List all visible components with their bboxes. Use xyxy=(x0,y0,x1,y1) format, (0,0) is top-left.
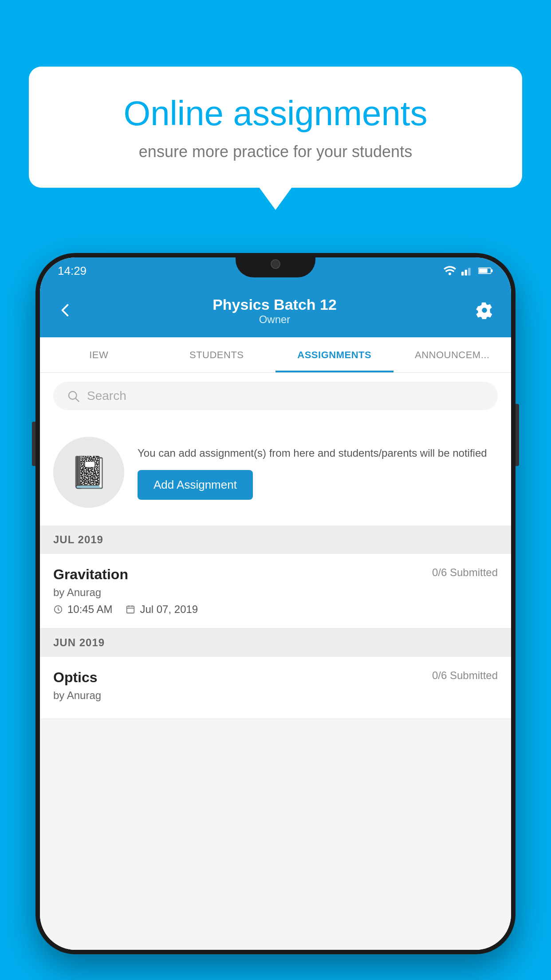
status-icons xyxy=(444,266,493,276)
clock-icon xyxy=(53,605,63,614)
battery-icon xyxy=(478,267,493,275)
svg-rect-5 xyxy=(479,269,488,273)
wifi-icon xyxy=(444,266,456,276)
bubble-subtitle: ensure more practice for your students xyxy=(60,142,491,161)
back-button[interactable] xyxy=(58,302,74,320)
svg-rect-1 xyxy=(461,272,464,276)
speech-bubble-area: Online assignments ensure more practice … xyxy=(29,67,522,188)
search-bar[interactable]: Search xyxy=(53,382,498,410)
app-header: Physics Batch 12 Owner xyxy=(40,284,511,337)
svg-rect-6 xyxy=(491,269,492,272)
tab-students[interactable]: STUDENTS xyxy=(158,337,276,372)
front-camera xyxy=(271,259,280,269)
assignment-submitted-optics: 0/6 Submitted xyxy=(432,669,498,682)
svg-line-8 xyxy=(76,399,79,401)
meta-date: Jul 07, 2019 xyxy=(126,603,198,616)
svg-rect-10 xyxy=(127,606,134,613)
header-title-area: Physics Batch 12 Owner xyxy=(213,296,337,326)
search-bar-wrapper: Search xyxy=(40,373,511,419)
assignment-submitted-gravitation: 0/6 Submitted xyxy=(432,566,498,579)
assignment-item-optics[interactable]: Optics 0/6 Submitted by Anurag xyxy=(40,657,511,719)
meta-time: 10:45 AM xyxy=(53,603,112,616)
svg-rect-3 xyxy=(468,268,470,276)
section-jul-2019: JUL 2019 xyxy=(40,526,511,554)
volume-button xyxy=(32,422,35,466)
tab-iew[interactable]: IEW xyxy=(40,337,158,372)
signal-icon xyxy=(461,266,473,276)
phone-screen: 14:29 xyxy=(40,257,511,950)
svg-point-0 xyxy=(449,273,451,275)
scrollable-content: Search 📓 You can add assignment(s) from … xyxy=(40,373,511,950)
back-arrow-icon xyxy=(58,302,74,318)
assignment-icon-circle: 📓 xyxy=(53,437,124,508)
add-assignment-card: 📓 You can add assignment(s) from here an… xyxy=(40,419,511,526)
phone-notch xyxy=(236,253,315,277)
search-icon xyxy=(67,389,80,403)
tab-bar: IEW STUDENTS ASSIGNMENTS ANNOUNCEM... xyxy=(40,337,511,373)
add-assignment-info: You can add assignment(s) from here and … xyxy=(138,445,498,500)
assignment-meta-gravitation: 10:45 AM Jul 07, 2019 xyxy=(53,603,498,616)
assignment-time: 10:45 AM xyxy=(67,603,112,616)
gear-icon xyxy=(476,301,493,319)
header-subtitle: Owner xyxy=(213,313,337,326)
power-button xyxy=(516,404,519,466)
assignment-row-top: Gravitation 0/6 Submitted xyxy=(53,566,498,583)
search-placeholder: Search xyxy=(87,389,126,403)
notebook-icon: 📓 xyxy=(70,454,108,490)
calendar-icon xyxy=(126,605,135,614)
tab-announcements[interactable]: ANNOUNCEM... xyxy=(394,337,512,372)
tab-assignments[interactable]: ASSIGNMENTS xyxy=(276,337,394,372)
assignment-name-optics: Optics xyxy=(53,669,98,686)
assignment-date: Jul 07, 2019 xyxy=(140,603,198,616)
phone-body: 14:29 xyxy=(35,253,516,954)
add-assignment-button[interactable]: Add Assignment xyxy=(138,470,253,500)
settings-button[interactable] xyxy=(476,301,493,320)
assignment-row-top-optics: Optics 0/6 Submitted xyxy=(53,669,498,686)
svg-rect-2 xyxy=(465,270,467,276)
assignment-by-gravitation: by Anurag xyxy=(53,586,498,599)
assignment-by-optics: by Anurag xyxy=(53,689,498,702)
section-jun-2019: JUN 2019 xyxy=(40,628,511,657)
bubble-title: Online assignments xyxy=(60,93,491,134)
status-time: 14:29 xyxy=(58,264,87,278)
header-title: Physics Batch 12 xyxy=(213,296,337,313)
assignment-name-gravitation: Gravitation xyxy=(53,566,128,583)
phone-container: 14:29 xyxy=(35,253,516,954)
speech-bubble: Online assignments ensure more practice … xyxy=(29,67,522,188)
add-assignment-description: You can add assignment(s) from here and … xyxy=(138,445,498,461)
svg-point-7 xyxy=(69,391,77,399)
assignment-item-gravitation[interactable]: Gravitation 0/6 Submitted by Anurag xyxy=(40,554,511,628)
